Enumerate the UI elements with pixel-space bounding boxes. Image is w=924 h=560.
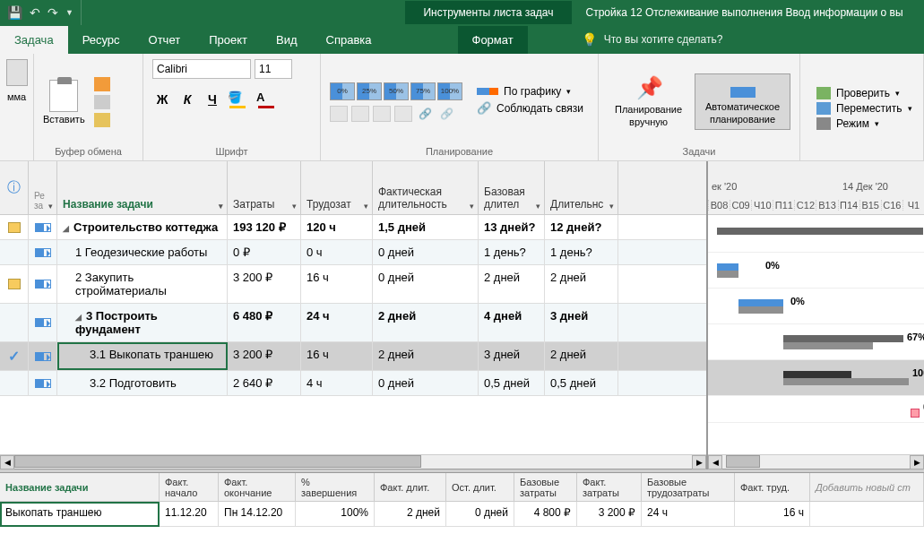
basedur-cell[interactable]: 3 дней <box>479 342 545 370</box>
detail-basework-cell[interactable]: 24 ч <box>642 502 735 527</box>
tab-task[interactable]: Задача <box>0 26 68 54</box>
detail-actcost-cell[interactable]: 3 200 ₽ <box>577 502 642 527</box>
dur-cell[interactable]: 12 дней? <box>545 215 618 239</box>
gantt-body[interactable]: 0% 0% 67% 100% 0% <box>708 215 924 454</box>
table-row[interactable]: ◢Строительство коттеджа193 120 ₽120 ч1,5… <box>0 215 706 240</box>
scroll-thumb[interactable] <box>14 455 421 468</box>
undo-icon[interactable]: ↶ <box>30 5 40 20</box>
dur-cell[interactable]: 1 день? <box>545 240 618 264</box>
qat-dropdown-icon[interactable]: ▼ <box>65 8 73 17</box>
actdur-cell[interactable]: 0 дней <box>373 265 479 303</box>
tab-report[interactable]: Отчет <box>134 26 195 54</box>
detail-actwork-cell[interactable]: 16 ч <box>735 502 810 527</box>
collapse-icon[interactable]: ◢ <box>63 224 70 233</box>
cost-cell[interactable]: 0 ₽ <box>228 240 301 264</box>
bold-button[interactable]: Ж <box>152 90 172 109</box>
table-row[interactable]: ◢3 Построить фундамент6 480 ₽24 ч2 дней4… <box>0 304 706 342</box>
actdur-column-header[interactable]: Фактическая длительность▾ <box>373 161 479 214</box>
redo-icon[interactable]: ↷ <box>47 5 58 20</box>
table-hscroll[interactable]: ◀ ▶ <box>0 454 706 469</box>
detail-name-header[interactable]: Название задачи <box>0 473 160 501</box>
tab-format[interactable]: Формат <box>458 26 528 54</box>
outdent-button[interactable] <box>330 106 348 122</box>
auto-schedule-button[interactable]: Автоматическое планирование <box>695 73 790 129</box>
dur-column-header[interactable]: Длительнс▾ <box>545 161 618 214</box>
split-button[interactable] <box>373 106 391 122</box>
dur-cell[interactable]: 0,5 дней <box>545 371 618 395</box>
font-color-button[interactable]: А <box>256 90 280 108</box>
cost-cell[interactable]: 2 640 ₽ <box>228 371 301 395</box>
work-column-header[interactable]: Трудозат▾ <box>301 161 373 214</box>
unlink-button[interactable]: 🔗 <box>437 106 455 122</box>
scroll-right-icon[interactable]: ▶ <box>910 455 924 470</box>
basedur-cell[interactable]: 2 дней <box>479 265 545 303</box>
basedur-cell[interactable]: 1 день? <box>479 240 545 264</box>
format-painter-icon[interactable] <box>94 113 110 127</box>
actdur-cell[interactable]: 0 дней <box>373 371 479 395</box>
detail-remdur-cell[interactable]: 0 дней <box>446 502 514 527</box>
inspect-button[interactable]: Проверить ▾ <box>816 87 912 99</box>
italic-button[interactable]: К <box>177 90 197 109</box>
dur-cell[interactable]: 2 дней <box>545 342 618 370</box>
detail-actfinish-cell[interactable]: Пн 14.12.20 <box>219 502 296 527</box>
detail-name-cell[interactable]: Выкопать траншею <box>0 502 160 527</box>
font-size-combo[interactable] <box>255 59 292 79</box>
gantt-hscroll[interactable]: ◀ ▶ <box>708 454 924 469</box>
tab-project[interactable]: Проект <box>194 26 262 54</box>
detail-empty-cell[interactable] <box>810 502 924 527</box>
paste-button[interactable]: Вставить <box>43 80 85 125</box>
scroll-right-icon[interactable]: ▶ <box>692 455 706 470</box>
scroll-thumb[interactable] <box>726 455 760 468</box>
cost-cell[interactable]: 3 200 ₽ <box>228 342 301 370</box>
dur-cell[interactable]: 2 дней <box>545 265 618 303</box>
detail-pct-cell[interactable]: 100% <box>296 502 375 527</box>
table-row[interactable]: 3.2 Подготовить2 640 ₽4 ч0 дней0,5 дней0… <box>0 371 706 396</box>
actdur-cell[interactable]: 0 дней <box>373 240 479 264</box>
table-row[interactable]: 1 Геодезические работы0 ₽0 ч0 дней1 день… <box>0 240 706 265</box>
cost-cell[interactable]: 193 120 ₽ <box>228 215 301 239</box>
detail-actstart-header[interactable]: Факт. начало <box>160 473 219 501</box>
cost-column-header[interactable]: Затраты▾ <box>228 161 301 214</box>
task-name-cell[interactable]: 3.1 Выкопать траншею <box>57 342 228 370</box>
cost-cell[interactable]: 6 480 ₽ <box>228 304 301 341</box>
progress-25-button[interactable]: 25% <box>357 82 382 100</box>
work-cell[interactable]: 4 ч <box>301 371 373 395</box>
detail-basework-header[interactable]: Базовые трудозатраты <box>642 473 735 501</box>
collapse-icon[interactable]: ◢ <box>75 313 82 322</box>
basedur-cell[interactable]: 13 дней? <box>479 215 545 239</box>
detail-basecost-header[interactable]: Базовые затраты <box>514 473 577 501</box>
info-column-header[interactable]: ⓘ <box>0 161 29 214</box>
scroll-left-icon[interactable]: ◀ <box>0 455 14 470</box>
move-button[interactable]: Переместить ▾ <box>816 102 912 115</box>
table-row[interactable]: 2 Закупить стройматериалы3 200 ₽16 ч0 дн… <box>0 265 706 304</box>
basedur-column-header[interactable]: Базовая длител▾ <box>479 161 545 214</box>
detail-actstart-cell[interactable]: 11.12.20 <box>160 502 219 527</box>
detail-actwork-header[interactable]: Факт. труд. <box>735 473 810 501</box>
detail-actfinish-header[interactable]: Факт. окончание <box>219 473 296 501</box>
detail-remdur-header[interactable]: Ост. длит. <box>446 473 514 501</box>
work-cell[interactable]: 16 ч <box>301 265 373 303</box>
tab-resource[interactable]: Ресурс <box>68 26 134 54</box>
on-schedule-button[interactable]: По графику ▾ <box>477 85 583 98</box>
indent-button[interactable] <box>351 106 369 122</box>
work-cell[interactable]: 0 ч <box>301 240 373 264</box>
fill-color-button[interactable]: 🪣 <box>228 90 251 108</box>
detail-basecost-cell[interactable]: 4 800 ₽ <box>514 502 577 527</box>
detail-actcost-header[interactable]: Факт. затраты <box>577 473 642 501</box>
detail-addcolumn-header[interactable]: Добавить новый ст <box>810 473 924 501</box>
gantt-chart-icon[interactable] <box>6 59 28 86</box>
task-name-cell[interactable]: 2 Закупить стройматериалы <box>57 265 228 303</box>
actdur-cell[interactable]: 2 дней <box>373 342 479 370</box>
progress-50-button[interactable]: 50% <box>384 82 409 100</box>
tell-me-search[interactable]: 💡 Что вы хотите сделать? <box>582 32 723 47</box>
task-name-cell[interactable]: ◢Строительство коттеджа <box>57 215 228 239</box>
save-icon[interactable]: 💾 <box>7 5 22 20</box>
table-row[interactable]: ✓3.1 Выкопать траншею3 200 ₽16 ч2 дней3 … <box>0 342 706 371</box>
cut-icon[interactable] <box>94 77 110 91</box>
detail-row[interactable]: Выкопать траншею 11.12.20 Пн 14.12.20 10… <box>0 502 924 527</box>
task-name-cell[interactable]: ◢3 Построить фундамент <box>57 304 228 341</box>
link-button[interactable]: 🔗 <box>416 106 434 122</box>
mode-column-header[interactable]: Ре за▾ <box>29 161 57 214</box>
actdur-cell[interactable]: 2 дней <box>373 304 479 341</box>
task-name-cell[interactable]: 3.2 Подготовить <box>57 371 228 395</box>
